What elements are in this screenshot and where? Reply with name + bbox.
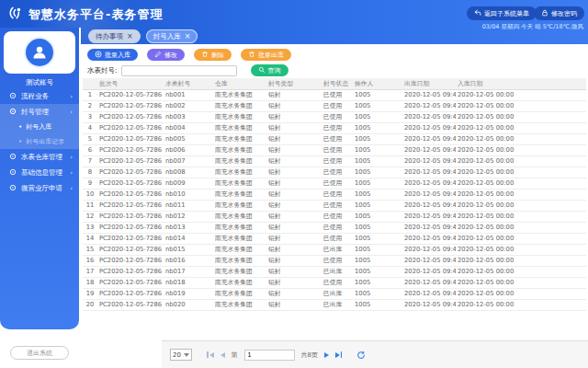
- table-row[interactable]: 16PC2020-12-05-7286nb016南充水务集团铅封已使用10052…: [83, 255, 586, 266]
- status-link[interactable]: 已出库: [322, 288, 353, 299]
- status-link[interactable]: 已使用: [322, 89, 353, 100]
- table-cell: 2020-12-05 09:42:01: [402, 211, 456, 222]
- table-row[interactable]: 11PC2020-12-05-7286nb011南充水务集团铅封已使用10052…: [83, 200, 586, 211]
- sidebar-item-base-info[interactable]: 基础信息管理 ›: [0, 165, 79, 180]
- seal-number-input[interactable]: [121, 65, 237, 76]
- table-cell: 1005: [353, 244, 402, 255]
- row-number: 4: [83, 122, 97, 133]
- table-cell: 2020-12-05 00:00:00: [456, 189, 514, 200]
- status-link[interactable]: 已使用: [322, 277, 353, 288]
- batch-outbound-button[interactable]: 批量出库: [241, 49, 291, 61]
- status-link[interactable]: 已使用: [322, 222, 353, 233]
- tab-todo[interactable]: 待办事项 ×: [88, 29, 141, 43]
- trash-icon: [248, 51, 255, 60]
- page-number-input[interactable]: [244, 350, 295, 361]
- table-body: 1PC2020-12-05-7286nb001南充水务集团铅封已使用100520…: [83, 89, 586, 310]
- row-number: 12: [83, 211, 97, 222]
- status-link[interactable]: 已使用: [322, 133, 353, 144]
- sidebar-item-seal-manage[interactable]: 封号管理 ›: [0, 104, 79, 120]
- lock-icon: [541, 9, 548, 18]
- status-link[interactable]: 已出库: [322, 266, 353, 277]
- sidebar-item-process[interactable]: 流程业务 ›: [0, 88, 79, 104]
- table-row[interactable]: 1PC2020-12-05-7286nb001南充水务集团铅封已使用100520…: [83, 89, 586, 100]
- table-cell: PC2020-12-05-7286: [97, 111, 164, 122]
- table-cell: [514, 144, 586, 155]
- status-link[interactable]: 已出库: [322, 244, 353, 255]
- plus-circle-icon: [95, 51, 102, 60]
- batch-inbound-button[interactable]: 批量入库: [87, 49, 138, 61]
- table-cell: PC2020-12-05-7286: [97, 189, 164, 200]
- row-number: 16: [83, 255, 97, 266]
- table-row[interactable]: 4PC2020-12-05-7286nb004南充水务集团铅封已使用100520…: [83, 122, 586, 133]
- table-cell: 1005: [353, 144, 402, 155]
- close-icon[interactable]: ×: [185, 33, 191, 40]
- table-cell: 南充水务集团: [213, 155, 266, 167]
- table-cell: [514, 155, 586, 167]
- table-row[interactable]: 6PC2020-12-05-7286nb006南充水务集团铅封已使用100520…: [83, 144, 586, 155]
- page-size-select[interactable]: 20: [170, 349, 192, 361]
- table-cell: 铅封: [266, 189, 322, 200]
- return-submenu-button[interactable]: 返回子系统菜单: [467, 6, 537, 20]
- first-page-button[interactable]: [207, 351, 214, 358]
- table-row[interactable]: 15PC2020-12-05-7286nb015南充水务集团铅封已出库10052…: [83, 244, 586, 255]
- status-link[interactable]: 已使用: [322, 100, 353, 111]
- modify-button[interactable]: 修改: [147, 49, 185, 61]
- status-link[interactable]: 已使用: [322, 211, 353, 222]
- table-row[interactable]: 10PC2020-12-05-7286nb010南充水务集团铅封已使用10052…: [83, 189, 586, 200]
- status-link[interactable]: 已使用: [322, 111, 353, 122]
- table-cell: 2020-12-05 09:42:01: [402, 178, 456, 189]
- table-row[interactable]: 3PC2020-12-05-7286nb003南充水务集团铅封已使用100520…: [83, 111, 586, 122]
- status-link[interactable]: 已使用: [322, 155, 353, 167]
- table-cell: 铅封: [266, 144, 322, 155]
- status-link[interactable]: 已使用: [322, 167, 353, 178]
- table-row[interactable]: 18PC2020-12-05-7286nb018南充水务集团铅封已使用10052…: [83, 277, 586, 288]
- chevron-right-icon: ›: [70, 169, 73, 177]
- change-password-button[interactable]: 修改密码: [534, 6, 584, 20]
- status-link[interactable]: 已使用: [322, 178, 353, 189]
- sidebar-item-micro-hall[interactable]: 微营业厅申请 ›: [0, 180, 79, 196]
- table-row[interactable]: 12PC2020-12-05-7286nb012南充水务集团铅封已使用10052…: [83, 211, 586, 222]
- table-row[interactable]: 5PC2020-12-05-7286nb005南充水务集团铅封已使用100520…: [83, 133, 586, 144]
- table-cell: PC2020-12-05-7286: [97, 144, 164, 155]
- table-row[interactable]: 19PC2020-12-05-7286nb019南充水务集团铅封已出库10052…: [83, 288, 586, 299]
- table-cell: 铅封: [266, 122, 322, 133]
- refresh-icon[interactable]: [356, 351, 366, 360]
- sidebar-subitem-seal-inbound[interactable]: • 封号入库: [0, 120, 79, 134]
- status-link[interactable]: 已出库: [322, 299, 353, 310]
- table-row[interactable]: 17PC2020-12-05-7286nb017南充水务集团铅封已出库10052…: [83, 266, 586, 277]
- pencil-icon: [154, 51, 162, 60]
- logout-button[interactable]: 退出系统: [10, 346, 69, 360]
- table-cell: 1005: [353, 100, 402, 111]
- status-link[interactable]: 已使用: [322, 144, 353, 155]
- table-row[interactable]: 20PC2020-12-05-7286nb020南充水务集团铅封已出库10052…: [83, 299, 586, 310]
- status-link[interactable]: 已使用: [322, 122, 353, 133]
- table-row[interactable]: 14PC2020-12-05-7286nb014南充水务集团铅封已使用10052…: [83, 233, 586, 244]
- last-page-button[interactable]: [335, 351, 343, 358]
- status-link[interactable]: 已使用: [322, 189, 353, 200]
- delete-button[interactable]: 删除: [194, 49, 232, 61]
- tab-seal-inbound[interactable]: 封号入库 ×: [146, 29, 198, 43]
- close-icon[interactable]: ×: [127, 33, 133, 40]
- status-link[interactable]: 已使用: [322, 233, 353, 244]
- sidebar-item-meter-warehouse[interactable]: 水表仓库管理 ›: [0, 149, 79, 165]
- chevron-right-icon: ›: [70, 154, 73, 161]
- table-row[interactable]: 9PC2020-12-05-7286nb009南充水务集团铅封已使用100520…: [83, 178, 586, 189]
- bullet-icon: •: [18, 138, 22, 145]
- col-indate: 入库日期: [456, 78, 514, 89]
- table-cell: 南充水务集团: [213, 277, 266, 288]
- table-row[interactable]: 7PC2020-12-05-7286nb007南充水务集团铅封已使用100520…: [83, 155, 586, 167]
- status-link[interactable]: 已使用: [322, 200, 353, 211]
- table-cell: 2020-12-05 00:00:00: [456, 222, 514, 233]
- prev-page-button[interactable]: [220, 352, 225, 358]
- next-page-button[interactable]: [324, 352, 329, 358]
- table-row[interactable]: 13PC2020-12-05-7286nb013南充水务集团铅封已使用10052…: [83, 222, 586, 233]
- sidebar-subitem-seal-outbound-log[interactable]: • 封号出库记录: [0, 134, 79, 149]
- table-cell: 铅封: [266, 89, 322, 100]
- table-cell: [514, 178, 586, 189]
- table-cell: 铅封: [266, 266, 322, 277]
- table-row[interactable]: 8PC2020-12-05-7286nb008南充水务集团铅封已使用100520…: [83, 167, 586, 178]
- table-row[interactable]: 2PC2020-12-05-7286nb002南充水务集团铅封已使用100520…: [83, 100, 586, 111]
- table-cell: 铅封: [266, 211, 322, 222]
- query-button[interactable]: 查询: [251, 64, 288, 76]
- status-link[interactable]: 已使用: [322, 255, 353, 266]
